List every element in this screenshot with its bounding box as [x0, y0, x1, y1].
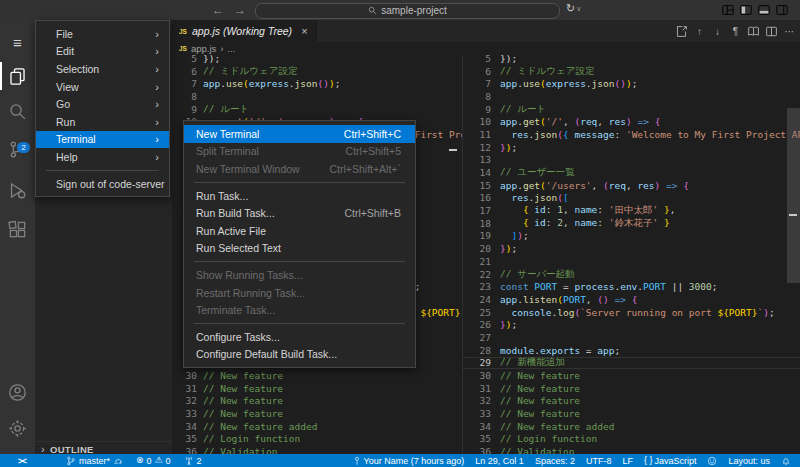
code-line[interactable]: 31// New feature	[463, 382, 800, 395]
menu-item-run-build-task[interactable]: Run Build Task...Ctrl+Shift+B	[184, 204, 415, 222]
inline-view-icon[interactable]	[747, 25, 760, 38]
whitespace-icon[interactable]: ¶	[729, 26, 742, 37]
code-line[interactable]: 36// Validation	[463, 445, 800, 454]
code-line[interactable]: 18 { id: 2, name: '鈴木花子' }	[463, 217, 800, 230]
code-line[interactable]: 36// Validation	[172, 445, 462, 454]
feedback-smiley-icon[interactable]	[707, 456, 717, 466]
explorer-icon[interactable]	[0, 61, 35, 91]
code-line[interactable]: 33// New feature	[172, 407, 462, 420]
extensions-icon[interactable]	[0, 214, 35, 244]
notifications-bell-icon[interactable]	[781, 456, 791, 466]
code-line[interactable]: 22// サーバー起動	[463, 268, 800, 281]
toggle-primary-sidebar-icon[interactable]	[739, 3, 753, 17]
toggle-panel-icon[interactable]	[757, 3, 771, 17]
code-line[interactable]: 20});	[463, 242, 800, 255]
code-line[interactable]: 28module.exports = app;	[463, 344, 800, 357]
code-line[interactable]: 15app.get('/users', (req, res) => {	[463, 179, 800, 192]
menu-item-go[interactable]: Go›	[36, 95, 169, 113]
code-line[interactable]: 16 res.json([	[463, 192, 800, 205]
code-line[interactable]: 13	[463, 154, 800, 167]
code-line[interactable]: 35// Login function	[463, 433, 800, 446]
menu-item-terminal[interactable]: Terminal›	[36, 131, 169, 149]
code-line[interactable]: 29// 新機能追加	[463, 357, 800, 370]
code-line[interactable]: 33// New feature	[463, 407, 800, 420]
git-blame-info[interactable]: Your Name (7 hours ago)	[352, 456, 465, 466]
code-line[interactable]: 25 console.log(`Server running on port $…	[463, 306, 800, 319]
tab-close-icon[interactable]: ×	[301, 25, 307, 37]
branch-indicator[interactable]: master*	[66, 456, 123, 466]
ports-indicator[interactable]: 2	[184, 456, 202, 466]
code-line[interactable]: 10app.get('/', (req, res) => {	[463, 115, 800, 128]
remote-indicator[interactable]: ><	[18, 456, 26, 466]
menu-item-edit[interactable]: Edit›	[36, 43, 169, 61]
code-line[interactable]: 26});	[463, 318, 800, 331]
settings-gear-icon[interactable]	[0, 413, 35, 443]
nav-back-icon[interactable]: ←	[212, 1, 224, 19]
code-line[interactable]: 34// New feature added	[172, 420, 462, 433]
menu-item-selection[interactable]: Selection›	[36, 60, 169, 78]
eol-indicator[interactable]: LF	[622, 456, 633, 466]
code-line[interactable]: 5});	[463, 55, 800, 65]
next-change-icon[interactable]: ↓	[711, 26, 724, 37]
cursor-position[interactable]: Ln 29, Col 1	[475, 456, 524, 466]
menu-item-view[interactable]: View›	[36, 78, 169, 96]
code-line[interactable]: 8	[463, 90, 800, 103]
code-line[interactable]: 27	[463, 331, 800, 344]
split-editor-icon[interactable]	[765, 25, 778, 38]
menu-icon[interactable]: ≡	[0, 27, 35, 57]
code-line[interactable]: 32// New feature	[172, 395, 462, 408]
code-line[interactable]: 35// Login function	[172, 433, 462, 446]
source-control-icon[interactable]: 2	[0, 134, 35, 164]
code-line[interactable]: 5});	[172, 55, 462, 65]
code-line[interactable]: 24app.listen(PORT, () => {	[463, 293, 800, 306]
code-line[interactable]: 11 res.json({ message: 'Welcome to My Fi…	[463, 128, 800, 141]
encoding-indicator[interactable]: UTF-8	[586, 456, 612, 466]
code-line[interactable]: 30// New feature	[463, 369, 800, 382]
code-line[interactable]: 23const PORT = process.env.PORT || 3000;	[463, 280, 800, 293]
code-line[interactable]: 32// New feature	[463, 395, 800, 408]
scrollbar-slider[interactable]	[787, 108, 800, 283]
more-actions-icon[interactable]: ⋯	[783, 26, 796, 37]
code-line[interactable]: 7app.use(express.json());	[463, 77, 800, 90]
menu-item-configure-default-build-task[interactable]: Configure Default Build Task...	[184, 346, 415, 364]
keyboard-layout[interactable]: Layout: us	[728, 456, 770, 466]
code-line[interactable]: 9// ルート	[172, 103, 462, 116]
code-line[interactable]: 30// New feature	[172, 369, 462, 382]
account-icon[interactable]	[0, 377, 35, 407]
language-indicator[interactable]: { } JavaScript	[644, 454, 697, 467]
breadcrumb-more[interactable]: ...	[227, 43, 235, 54]
code-line[interactable]: 17 { id: 1, name: '田中太郎' },	[463, 204, 800, 217]
search-view-icon[interactable]	[0, 96, 35, 126]
previous-change-icon[interactable]: ↑	[693, 26, 706, 37]
code-line[interactable]: 34// New feature added	[463, 420, 800, 433]
reload-button[interactable]: ↻ ∨	[566, 2, 581, 15]
menu-item-help[interactable]: Help›	[36, 148, 169, 166]
code-line[interactable]: 21	[463, 255, 800, 268]
menu-item-run-active-file[interactable]: Run Active File	[184, 222, 415, 240]
run-debug-icon[interactable]	[0, 175, 35, 205]
customize-layout-icon[interactable]	[721, 3, 735, 17]
code-line[interactable]: 6// ミドルウェア設定	[172, 65, 462, 78]
nav-forward-icon[interactable]: →	[234, 1, 246, 19]
code-line[interactable]: 9// ルート	[463, 103, 800, 116]
menu-item-configure-tasks[interactable]: Configure Tasks...	[184, 328, 415, 346]
code-line[interactable]: 12});	[463, 141, 800, 154]
menu-item-run[interactable]: Run›	[36, 113, 169, 131]
menu-item-new-terminal[interactable]: New TerminalCtrl+Shift+C	[184, 125, 415, 143]
code-line[interactable]: 14// ユーザー一覧	[463, 166, 800, 179]
code-line[interactable]: 7app.use(express.json());	[172, 77, 462, 90]
open-file-icon[interactable]	[675, 25, 688, 38]
breadcrumb[interactable]: JS app.js › ...	[172, 42, 800, 55]
indentation-indicator[interactable]: Spaces: 2	[535, 456, 575, 466]
toggle-secondary-sidebar-icon[interactable]	[775, 3, 789, 17]
code-line[interactable]: 19 ]);	[463, 230, 800, 243]
breadcrumb-file[interactable]: app.js	[191, 43, 216, 54]
problems-indicator[interactable]: ⊗ 0 ⚠ 0	[136, 454, 171, 467]
menu-item-file[interactable]: File›	[36, 25, 169, 43]
tab-app-js-working-tree[interactable]: JS app.js (Working Tree) ×	[172, 20, 317, 42]
command-center-search[interactable]: sample-project	[255, 3, 560, 19]
menu-item-run-selected-text[interactable]: Run Selected Text	[184, 240, 415, 258]
code-line[interactable]: 8	[172, 90, 462, 103]
code-line[interactable]: 6// ミドルウェア設定	[463, 65, 800, 78]
menu-item-sign-out-of-code-server[interactable]: Sign out of code-server	[36, 175, 169, 193]
